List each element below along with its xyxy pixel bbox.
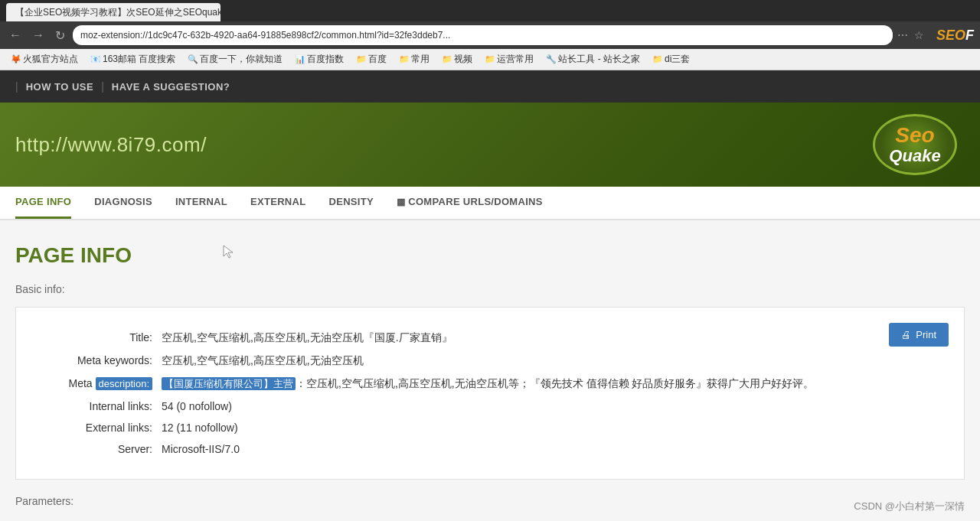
tab-internal[interactable]: INTERNAL bbox=[175, 187, 227, 219]
address-bar[interactable]: moz-extension://1dc9c47c-632b-4920-aa64-… bbox=[73, 25, 893, 45]
meta-keywords-label: Meta keywords: bbox=[39, 354, 162, 366]
logo-seo-text: Seo bbox=[889, 124, 940, 148]
bookmark-label: 运营常用 bbox=[497, 53, 534, 66]
tab-density[interactable]: DENSITY bbox=[329, 187, 374, 219]
internal-links-value: 54 (0 nofollow) bbox=[162, 400, 941, 412]
print-label: Print bbox=[916, 329, 936, 340]
browser-toolbar: ← → ↻ moz-extension://1dc9c47c-632b-4920… bbox=[0, 21, 980, 49]
mail-icon: 📧 bbox=[90, 54, 101, 64]
bookmark-webmaster[interactable]: 🔧 站长工具 - 站长之家 bbox=[541, 51, 645, 67]
bookmark-baidufolder[interactable]: 📁 百度 bbox=[351, 51, 391, 67]
fox-icon: 🦊 bbox=[11, 54, 21, 64]
page-info-title: PAGE INFO bbox=[15, 243, 965, 268]
meta-keywords-row: Meta keywords: 空压机,空气压缩机,高压空压机,无油空压机 bbox=[39, 350, 941, 373]
external-links-label: External links: bbox=[39, 422, 162, 434]
server-value: Microsoft-IIS/7.0 bbox=[162, 443, 941, 455]
basic-info-label: Basic info: bbox=[15, 283, 965, 295]
separator-1: | bbox=[15, 80, 18, 93]
meta-description-value: 【国厦压缩机有限公司】主营：空压机,空气压缩机,高压空压机,无油空压机等；『领先… bbox=[162, 377, 941, 391]
tab-title: 【企业SEO视频学习教程】次SEO延伸之SEOquake 扩展 (SEOquak… bbox=[15, 6, 220, 19]
server-label: Server: bbox=[39, 443, 162, 455]
seoquake-page: | HOW TO USE | HAVE A SUGGESTION? http:/… bbox=[0, 70, 980, 521]
tab-diagnosis[interactable]: DIAGNOSIS bbox=[94, 187, 152, 219]
address-text: moz-extension://1dc9c47c-632b-4920-aa64-… bbox=[80, 30, 450, 41]
bookmark-label: 常用 bbox=[411, 53, 430, 66]
internal-links-row: Internal links: 54 (0 nofollow) bbox=[39, 396, 941, 417]
seoquake-header-logo: SEOF bbox=[936, 28, 974, 44]
seoquake-logo: Seo Quake bbox=[865, 114, 965, 175]
bookmark-label: 163邮箱 百度搜索 bbox=[103, 53, 175, 66]
top-nav: | HOW TO USE | HAVE A SUGGESTION? bbox=[0, 70, 980, 103]
internal-links-label: Internal links: bbox=[39, 400, 162, 412]
logo-quake-text: Quake bbox=[889, 147, 940, 165]
title-value: 空压机,空气压缩机,高压空压机,无油空压机『国厦.厂家直销』 bbox=[162, 331, 941, 345]
separator-2: | bbox=[101, 80, 104, 93]
bookmark-label: 视频 bbox=[454, 53, 472, 66]
browser-tabs: 【企业SEO视频学习教程】次SEO延伸之SEOquake 扩展 (SEOquak… bbox=[0, 0, 980, 21]
description-highlight-label: description: bbox=[96, 377, 152, 390]
browser-chrome: 【企业SEO视频学习教程】次SEO延伸之SEOquake 扩展 (SEOquak… bbox=[0, 0, 980, 70]
bookmark-label: 站长工具 - 站长之家 bbox=[558, 53, 640, 66]
tab-compare[interactable]: ▩ COMPARE URLS/DOMAINS bbox=[397, 187, 543, 219]
chart-icon: 📊 bbox=[295, 54, 305, 64]
tab-compare-label: COMPARE URLS/DOMAINS bbox=[408, 196, 542, 207]
back-button[interactable]: ← bbox=[6, 27, 24, 44]
bookmark-icon[interactable]: ☆ bbox=[914, 29, 924, 41]
site-url: http://www.8i79.com/ bbox=[15, 133, 207, 157]
tab-nav: PAGE INFO DIAGNOSIS INTERNAL EXTERNAL DE… bbox=[0, 187, 980, 220]
description-colon: ：空压机,空气压缩机,高压空压机,无油空压机等；『领先技术 值得信赖 好品质好服… bbox=[296, 377, 814, 389]
folder-icon: 📁 bbox=[356, 54, 367, 64]
forward-button[interactable]: → bbox=[29, 27, 47, 44]
reload-button[interactable]: ↻ bbox=[52, 27, 68, 44]
toolbar-actions: ⋯ ☆ bbox=[897, 29, 924, 41]
bookmarks-bar: 🦊 火狐官方站点 📧 163邮箱 百度搜索 🔍 百度一下，你就知道 📊 百度指数… bbox=[0, 49, 980, 70]
bookmark-label: 火狐官方站点 bbox=[23, 53, 78, 66]
bar-chart-icon: ▩ bbox=[397, 197, 405, 207]
meta-keywords-value: 空压机,空气压缩机,高压空压机,无油空压机 bbox=[162, 354, 941, 368]
bookmark-baidu[interactable]: 🔍 百度一下，你就知道 bbox=[183, 51, 287, 67]
bookmark-label: 百度指数 bbox=[307, 53, 344, 66]
bookmark-firefox[interactable]: 🦊 火狐官方站点 bbox=[6, 51, 83, 67]
bookmark-label: 百度 bbox=[368, 53, 387, 66]
info-card: 🖨 Print Title: 空压机,空气压缩机,高压空压机,无油空压机『国厦.… bbox=[15, 307, 965, 480]
wrench-icon: 🔧 bbox=[546, 54, 557, 64]
title-label: Title: bbox=[39, 331, 162, 344]
description-highlight-text: 【国厦压缩机有限公司】主营 bbox=[162, 377, 296, 390]
bookmark-163[interactable]: 📧 163邮箱 百度搜索 bbox=[86, 51, 180, 67]
title-row: Title: 空压机,空气压缩机,高压空压机,无油空压机『国厦.厂家直销』 bbox=[39, 327, 941, 350]
bookmark-baiduindex[interactable]: 📊 百度指数 bbox=[290, 51, 348, 67]
header-area: http://www.8i79.com/ Seo Quake bbox=[0, 103, 980, 187]
bookmark-ops[interactable]: 📁 运营常用 bbox=[480, 51, 538, 67]
bookmark-di3[interactable]: 📁 di三套 bbox=[648, 51, 694, 67]
main-content: PAGE INFO Basic info: 🖨 Print Title: 空压机… bbox=[0, 220, 980, 521]
print-button[interactable]: 🖨 Print bbox=[889, 323, 949, 347]
bookmark-label: di三套 bbox=[665, 53, 690, 66]
active-tab[interactable]: 【企业SEO视频学习教程】次SEO延伸之SEOquake 扩展 (SEOquak… bbox=[6, 3, 220, 21]
external-links-row: External links: 12 (11 nofollow) bbox=[39, 417, 941, 438]
bookmark-video[interactable]: 📁 视频 bbox=[437, 51, 477, 67]
menu-icon[interactable]: ⋯ bbox=[897, 29, 908, 41]
server-row: Server: Microsoft-IIS/7.0 bbox=[39, 438, 941, 460]
external-links-value: 12 (11 nofollow) bbox=[162, 422, 941, 434]
print-icon: 🖨 bbox=[901, 329, 911, 340]
watermark: CSDN @小白村第一深情 bbox=[854, 500, 965, 513]
search-icon: 🔍 bbox=[188, 54, 198, 64]
meta-description-label: Meta description: bbox=[39, 377, 162, 389]
how-to-use-link[interactable]: HOW TO USE bbox=[26, 81, 94, 93]
folder-icon: 📁 bbox=[485, 54, 495, 64]
tab-page-info[interactable]: PAGE INFO bbox=[15, 187, 71, 219]
parameters-label: Parameters: bbox=[15, 495, 965, 507]
bookmark-label: 百度一下，你就知道 bbox=[200, 53, 283, 66]
folder-icon: 📁 bbox=[399, 54, 410, 64]
tab-external[interactable]: EXTERNAL bbox=[250, 187, 305, 219]
bookmark-common[interactable]: 📁 常用 bbox=[394, 51, 434, 67]
suggestion-link[interactable]: HAVE A SUGGESTION? bbox=[112, 81, 230, 93]
folder-icon: 📁 bbox=[442, 54, 452, 64]
folder-icon: 📁 bbox=[652, 54, 663, 64]
meta-description-row: Meta description: 【国厦压缩机有限公司】主营：空压机,空气压缩… bbox=[39, 373, 941, 396]
